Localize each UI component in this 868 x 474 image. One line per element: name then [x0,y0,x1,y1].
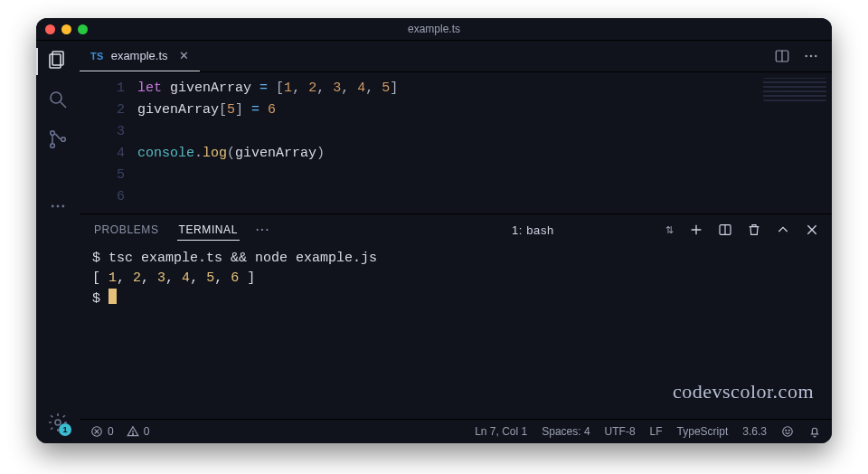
svg-point-28 [786,430,787,431]
code-line: givenArray[5] = 6 [137,100,832,121]
split-terminal-icon[interactable] [718,223,732,237]
status-eol[interactable]: LF [650,425,663,438]
close-window-button[interactable] [45,24,55,34]
editor-area: 1 2 3 4 5 6 let givenArray = [1, 2, 3, 4… [80,72,832,213]
code-line: console.log(givenArray) [137,143,832,165]
settings-gear-icon[interactable]: 1 [46,411,70,434]
terminal-cursor [108,289,117,304]
tab-terminal[interactable]: TERMINAL [177,220,240,241]
activity-bar: 1 [36,41,80,443]
minimize-window-button[interactable] [61,24,71,34]
code-line: let givenArray = [1, 2, 3, 4, 5] [137,78,832,100]
status-errors[interactable]: 0 [90,425,114,438]
svg-point-7 [52,205,54,208]
status-bar: 0 0 Ln 7, Col 1 Spaces: 4 UTF-8 LF TypeS… [80,419,832,443]
error-icon [90,425,103,438]
svg-line-3 [61,102,66,108]
status-cursor-pos[interactable]: Ln 7, Col 1 [475,425,527,438]
close-panel-icon[interactable] [805,223,819,237]
line-number: 4 [80,143,125,165]
settings-badge: 1 [59,423,71,436]
svg-point-8 [57,205,60,208]
terminal-output[interactable]: $ tsc example.ts && node example.js [ 1,… [80,245,832,419]
chevron-updown-icon: ⇅ [665,224,675,236]
panel-tabs: PROBLEMS TERMINAL ··· 1: bash ⇅ [80,214,832,245]
new-terminal-icon[interactable] [689,223,703,237]
feedback-smile-icon[interactable] [781,425,794,438]
window-controls [45,24,88,34]
tab-problems[interactable]: PROBLEMS [92,220,161,240]
tab-close-icon[interactable]: ✕ [179,49,189,62]
app-window: example.ts 1 [36,18,832,443]
more-icon[interactable] [46,194,70,218]
terminal-line: $ [92,289,819,309]
svg-point-15 [815,55,817,58]
status-encoding[interactable]: UTF-8 [605,425,636,438]
svg-point-6 [61,137,66,142]
code-editor[interactable]: 1 2 3 4 5 6 let givenArray = [1, 2, 3, 4… [80,72,832,213]
panel-tabs-more-icon[interactable]: ··· [256,223,270,236]
trash-icon[interactable] [747,223,761,237]
status-indent[interactable]: Spaces: 4 [542,425,590,438]
status-warnings[interactable]: 0 [127,425,150,438]
title-bar: example.ts [36,18,832,41]
svg-point-29 [788,430,789,431]
line-number: 2 [80,100,125,121]
status-warnings-count: 0 [144,425,150,438]
terminal-line: [ 1, 2, 3, 4, 5, 6 ] [92,269,819,289]
line-number: 5 [80,165,125,186]
line-number: 6 [80,186,125,208]
code-line [137,186,832,208]
status-ts-version[interactable]: 3.6.3 [742,425,767,438]
code-body: let givenArray = [1, 2, 3, 4, 5] givenAr… [137,78,832,208]
status-errors-count: 0 [108,425,114,438]
svg-point-5 [51,144,55,148]
svg-point-13 [805,55,807,58]
ts-lang-badge: TS [90,51,104,62]
tab-example-ts[interactable]: TS example.ts ✕ [80,41,200,71]
explorer-icon[interactable] [46,48,70,71]
terminal-select-label: 1: bash [512,223,554,237]
tab-filename: example.ts [111,49,168,62]
split-editor-icon[interactable] [774,48,790,64]
source-control-icon[interactable] [46,128,70,151]
editor-more-icon[interactable] [803,48,819,64]
svg-point-14 [810,55,813,58]
svg-point-26 [132,433,133,434]
chevron-up-icon[interactable] [776,223,790,237]
line-gutter: 1 2 3 4 5 6 [80,78,137,208]
code-line [137,165,832,186]
bottom-panel: PROBLEMS TERMINAL ··· 1: bash ⇅ [80,213,832,419]
window-title: example.ts [36,23,832,35]
svg-point-4 [51,131,55,136]
svg-point-9 [61,205,64,208]
search-icon[interactable] [46,88,70,111]
terminal-select[interactable]: 1: bash ⇅ [512,223,675,237]
line-number: 1 [80,78,125,100]
status-language[interactable]: TypeScript [677,425,729,438]
editor-tabs: TS example.ts ✕ [80,41,832,72]
warning-icon [127,425,139,438]
svg-point-2 [51,92,61,103]
active-indicator [36,48,38,75]
svg-point-27 [783,427,793,437]
line-number: 3 [80,121,125,143]
terminal-line: $ tsc example.ts && node example.js [92,249,819,269]
maximize-window-button[interactable] [78,24,88,34]
code-line [137,121,832,143]
bell-icon[interactable] [808,425,821,438]
